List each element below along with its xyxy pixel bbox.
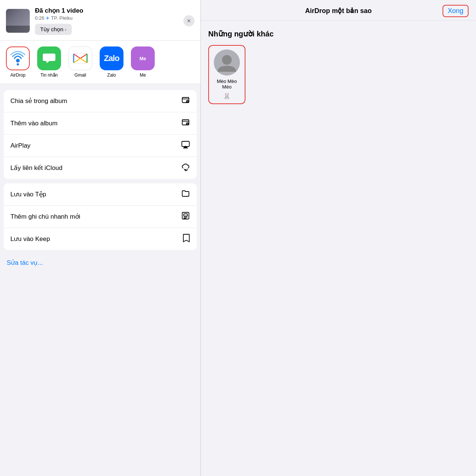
zalo-app-icon: Zalo xyxy=(100,46,123,70)
right-header: AirDrop một bản sao Xong xyxy=(201,0,476,20)
header-section: Đã chọn 1 video 0:26 ✈ TP. Pleiku Tùy ch… xyxy=(0,0,200,41)
gmail-app-icon xyxy=(68,46,92,70)
add-album-icon xyxy=(181,118,190,129)
options-chevron: › xyxy=(65,27,66,32)
gmail-label: Gmail xyxy=(74,73,86,78)
person-emoji: 🐰 xyxy=(223,93,231,100)
more-app-icon: Me xyxy=(131,46,155,70)
options-button[interactable]: Tùy chọn › xyxy=(35,24,72,35)
quick-note-icon xyxy=(181,211,190,222)
right-content: Những người khác Mèo Mèo Mèo 🐰 xyxy=(201,20,476,476)
action-add-album[interactable]: Thêm vào album xyxy=(4,112,197,135)
zalo-text: Zalo xyxy=(104,54,119,63)
action-share-album[interactable]: Chia sẻ trong album xyxy=(4,90,197,112)
person-item-meo[interactable]: Mèo Mèo Mèo 🐰 xyxy=(208,45,245,104)
person-name: Mèo Mèo Mèo xyxy=(212,78,242,90)
header-text: Đã chọn 1 video 0:26 ✈ TP. Pleiku Tùy ch… xyxy=(35,7,178,35)
action-airplay[interactable]: AirPlay xyxy=(4,135,197,157)
location-icon: ✈ xyxy=(46,16,49,21)
more-label: Me xyxy=(140,73,146,78)
action-save-keep[interactable]: Lưu vào Keep xyxy=(4,228,197,250)
edit-tasks-link[interactable]: Sửa tác vụ... xyxy=(0,254,200,271)
save-files-icon xyxy=(181,189,190,200)
action-save-files[interactable]: Lưu vào Tệp xyxy=(4,183,197,206)
app-item-more[interactable]: Me Me xyxy=(131,46,155,78)
app-item-zalo[interactable]: Zalo Zalo xyxy=(100,46,123,78)
app-item-gmail[interactable]: Gmail xyxy=(68,46,92,78)
section-title: Những người khác xyxy=(208,29,469,38)
messages-app-icon xyxy=(37,46,61,70)
action-quick-note[interactable]: Thêm ghi chú nhanh mới xyxy=(4,206,197,228)
action-list-2: Lưu vào Tệp Thêm ghi chú nhanh mới xyxy=(4,183,197,250)
airdrop-app-icon xyxy=(6,46,30,70)
close-button[interactable]: ✕ xyxy=(183,15,194,26)
avatar xyxy=(214,49,240,75)
right-panel: AirDrop một bản sao Xong Những người khá… xyxy=(201,0,476,476)
share-album-icon xyxy=(181,96,190,106)
video-thumbnail xyxy=(6,9,30,33)
video-duration: 0:26 xyxy=(35,15,44,21)
video-subtitle: 0:26 ✈ TP. Pleiku xyxy=(35,15,178,21)
apps-section: AirDrop Tin nhắn xyxy=(0,41,200,84)
zalo-label: Zalo xyxy=(107,73,116,78)
video-location: TP. Pleiku xyxy=(51,15,73,21)
app-item-messages[interactable]: Tin nhắn xyxy=(37,46,61,78)
done-button[interactable]: Xong xyxy=(443,5,469,17)
svg-point-1 xyxy=(17,63,19,65)
svg-point-0 xyxy=(16,59,20,62)
right-title: AirDrop một bản sao xyxy=(305,7,372,15)
action-list: Chia sẻ trong album Thêm vào album xyxy=(4,90,197,179)
messages-label: Tin nhắn xyxy=(41,73,58,78)
save-keep-icon xyxy=(183,234,190,244)
airplay-icon xyxy=(181,140,190,151)
action-icloud-link[interactable]: Lấy liên kết iCloud xyxy=(4,157,197,179)
svg-point-21 xyxy=(222,55,232,65)
airdrop-label: AirDrop xyxy=(10,73,26,78)
video-title: Đã chọn 1 video xyxy=(35,7,178,15)
app-item-airdrop[interactable]: AirDrop xyxy=(6,46,30,78)
icloud-link-icon xyxy=(181,163,190,173)
left-panel: Đã chọn 1 video 0:26 ✈ TP. Pleiku Tùy ch… xyxy=(0,0,201,476)
svg-rect-17 xyxy=(184,214,187,216)
